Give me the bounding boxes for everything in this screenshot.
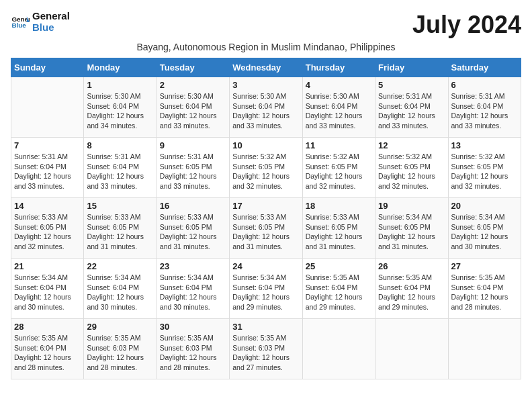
logo-icon: General Blue [11, 13, 30, 32]
calendar-cell: 8Sunrise: 5:31 AM Sunset: 6:04 PM Daylig… [84, 138, 157, 198]
day-info: Sunrise: 5:33 AM Sunset: 6:05 PM Dayligh… [14, 212, 81, 252]
day-info: Sunrise: 5:32 AM Sunset: 6:05 PM Dayligh… [378, 152, 445, 191]
calendar-cell: 13Sunrise: 5:32 AM Sunset: 6:05 PM Dayli… [448, 138, 521, 198]
day-info: Sunrise: 5:33 AM Sunset: 6:05 PM Dayligh… [87, 212, 153, 252]
calendar-cell: 26Sunrise: 5:35 AM Sunset: 6:04 PM Dayli… [375, 259, 448, 319]
day-info: Sunrise: 5:35 AM Sunset: 6:04 PM Dayligh… [451, 273, 518, 312]
day-number: 13 [451, 140, 518, 150]
calendar-cell: 18Sunrise: 5:33 AM Sunset: 6:05 PM Dayli… [302, 198, 375, 259]
day-info: Sunrise: 5:34 AM Sunset: 6:05 PM Dayligh… [378, 212, 445, 252]
day-info: Sunrise: 5:33 AM Sunset: 6:05 PM Dayligh… [160, 212, 226, 252]
day-number: 25 [306, 261, 372, 271]
day-number: 15 [87, 201, 153, 211]
day-info: Sunrise: 5:30 AM Sunset: 6:04 PM Dayligh… [160, 91, 226, 131]
day-number: 30 [160, 322, 226, 332]
day-number: 7 [14, 140, 81, 150]
day-number: 21 [14, 261, 81, 271]
calendar-table: SundayMondayTuesdayWednesdayThursdayFrid… [11, 58, 521, 379]
day-number: 8 [87, 140, 153, 150]
day-number: 12 [378, 140, 445, 150]
day-number: 1 [87, 80, 153, 90]
calendar-cell: 30Sunrise: 5:35 AM Sunset: 6:03 PM Dayli… [157, 319, 229, 379]
calendar-cell: 23Sunrise: 5:34 AM Sunset: 6:04 PM Dayli… [157, 259, 229, 319]
calendar-cell: 5Sunrise: 5:31 AM Sunset: 6:04 PM Daylig… [375, 77, 448, 138]
day-number: 6 [451, 80, 518, 90]
logo: General Blue General Blue [11, 11, 70, 33]
day-number: 24 [232, 261, 299, 271]
logo-line2: Blue [32, 22, 70, 34]
day-info: Sunrise: 5:34 AM Sunset: 6:04 PM Dayligh… [14, 273, 81, 312]
day-info: Sunrise: 5:31 AM Sunset: 6:04 PM Dayligh… [14, 152, 81, 191]
day-info: Sunrise: 5:35 AM Sunset: 6:03 PM Dayligh… [87, 333, 153, 373]
day-number: 14 [14, 201, 81, 211]
calendar-cell [375, 319, 448, 379]
day-info: Sunrise: 5:35 AM Sunset: 6:03 PM Dayligh… [232, 333, 299, 373]
day-number: 2 [160, 80, 226, 90]
calendar-cell: 19Sunrise: 5:34 AM Sunset: 6:05 PM Dayli… [375, 198, 448, 259]
weekday-header-monday: Monday [84, 58, 157, 77]
calendar-cell: 11Sunrise: 5:32 AM Sunset: 6:05 PM Dayli… [302, 138, 375, 198]
day-info: Sunrise: 5:35 AM Sunset: 6:04 PM Dayligh… [14, 333, 81, 373]
page-subtitle: Bayang, Autonomous Region in Muslim Mind… [11, 42, 521, 52]
calendar-header-row: SundayMondayTuesdayWednesdayThursdayFrid… [11, 58, 521, 77]
weekday-header-friday: Friday [375, 58, 448, 77]
day-number: 26 [378, 261, 445, 271]
calendar-cell: 9Sunrise: 5:31 AM Sunset: 6:05 PM Daylig… [157, 138, 229, 198]
logo-line1: General [32, 11, 70, 22]
day-number: 3 [232, 80, 299, 90]
day-number: 31 [232, 322, 299, 332]
day-info: Sunrise: 5:33 AM Sunset: 6:05 PM Dayligh… [232, 212, 299, 252]
day-number: 20 [451, 201, 518, 211]
calendar-cell: 2Sunrise: 5:30 AM Sunset: 6:04 PM Daylig… [157, 77, 229, 138]
page-header: General Blue General Blue July 2024 [11, 11, 521, 39]
weekday-header-saturday: Saturday [448, 58, 521, 77]
day-info: Sunrise: 5:30 AM Sunset: 6:04 PM Dayligh… [87, 91, 153, 131]
calendar-cell: 29Sunrise: 5:35 AM Sunset: 6:03 PM Dayli… [84, 319, 157, 379]
calendar-week-1: 1Sunrise: 5:30 AM Sunset: 6:04 PM Daylig… [11, 77, 521, 138]
calendar-cell: 7Sunrise: 5:31 AM Sunset: 6:04 PM Daylig… [11, 138, 84, 198]
calendar-cell: 15Sunrise: 5:33 AM Sunset: 6:05 PM Dayli… [84, 198, 157, 259]
day-info: Sunrise: 5:30 AM Sunset: 6:04 PM Dayligh… [232, 91, 299, 131]
day-info: Sunrise: 5:34 AM Sunset: 6:04 PM Dayligh… [232, 273, 299, 312]
day-number: 19 [378, 201, 445, 211]
month-title: July 2024 [412, 11, 521, 39]
weekday-header-wednesday: Wednesday [230, 58, 302, 77]
day-info: Sunrise: 5:34 AM Sunset: 6:04 PM Dayligh… [160, 273, 226, 312]
calendar-cell: 12Sunrise: 5:32 AM Sunset: 6:05 PM Dayli… [375, 138, 448, 198]
day-number: 18 [306, 201, 372, 211]
calendar-week-5: 28Sunrise: 5:35 AM Sunset: 6:04 PM Dayli… [11, 319, 521, 379]
day-info: Sunrise: 5:35 AM Sunset: 6:04 PM Dayligh… [378, 273, 445, 312]
weekday-header-thursday: Thursday [302, 58, 375, 77]
day-info: Sunrise: 5:31 AM Sunset: 6:04 PM Dayligh… [87, 152, 153, 191]
day-info: Sunrise: 5:33 AM Sunset: 6:05 PM Dayligh… [306, 212, 372, 252]
day-number: 29 [87, 322, 153, 332]
day-info: Sunrise: 5:35 AM Sunset: 6:03 PM Dayligh… [160, 333, 226, 373]
day-number: 27 [451, 261, 518, 271]
day-info: Sunrise: 5:32 AM Sunset: 6:05 PM Dayligh… [451, 152, 518, 191]
calendar-cell: 6Sunrise: 5:31 AM Sunset: 6:04 PM Daylig… [448, 77, 521, 138]
day-number: 28 [14, 322, 81, 332]
day-info: Sunrise: 5:31 AM Sunset: 6:04 PM Dayligh… [451, 91, 518, 131]
calendar-cell [448, 319, 521, 379]
calendar-cell: 31Sunrise: 5:35 AM Sunset: 6:03 PM Dayli… [230, 319, 302, 379]
calendar-week-4: 21Sunrise: 5:34 AM Sunset: 6:04 PM Dayli… [11, 259, 521, 319]
weekday-header-tuesday: Tuesday [157, 58, 229, 77]
calendar-cell [11, 77, 84, 138]
svg-text:Blue: Blue [11, 21, 26, 29]
calendar-cell: 1Sunrise: 5:30 AM Sunset: 6:04 PM Daylig… [84, 77, 157, 138]
day-info: Sunrise: 5:31 AM Sunset: 6:04 PM Dayligh… [378, 91, 445, 131]
day-number: 23 [160, 261, 226, 271]
calendar-cell: 17Sunrise: 5:33 AM Sunset: 6:05 PM Dayli… [230, 198, 302, 259]
day-info: Sunrise: 5:34 AM Sunset: 6:04 PM Dayligh… [87, 273, 153, 312]
day-number: 10 [232, 140, 299, 150]
calendar-week-2: 7Sunrise: 5:31 AM Sunset: 6:04 PM Daylig… [11, 138, 521, 198]
day-number: 4 [306, 80, 372, 90]
day-info: Sunrise: 5:32 AM Sunset: 6:05 PM Dayligh… [232, 152, 299, 191]
day-info: Sunrise: 5:35 AM Sunset: 6:04 PM Dayligh… [306, 273, 372, 312]
day-number: 17 [232, 201, 299, 211]
day-number: 16 [160, 201, 226, 211]
calendar-cell: 27Sunrise: 5:35 AM Sunset: 6:04 PM Dayli… [448, 259, 521, 319]
calendar-cell: 25Sunrise: 5:35 AM Sunset: 6:04 PM Dayli… [302, 259, 375, 319]
calendar-cell: 14Sunrise: 5:33 AM Sunset: 6:05 PM Dayli… [11, 198, 84, 259]
calendar-cell: 20Sunrise: 5:34 AM Sunset: 6:05 PM Dayli… [448, 198, 521, 259]
